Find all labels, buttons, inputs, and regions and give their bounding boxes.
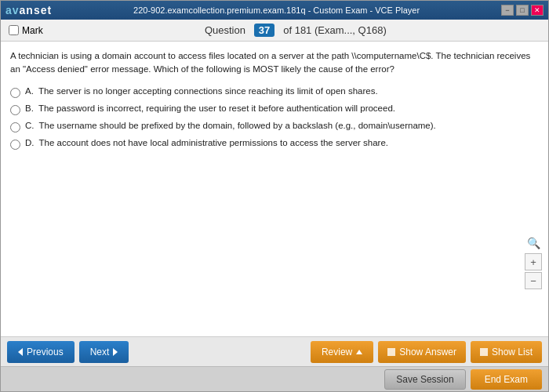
question-body: A technician is using a domain account t… [10, 51, 530, 74]
window-title: 220-902.examcollection.premium.exam.181q… [52, 5, 501, 15]
show-list-button[interactable]: Show List [471, 341, 542, 363]
option-c-letter: C. [25, 121, 35, 130]
question-label: Question [205, 24, 245, 36]
question-info: Question 37 of 181 (Exam..., Q168) [51, 24, 540, 37]
question-total: of 181 (Exam..., Q168) [283, 24, 387, 36]
option-a-text: The server is no longer accepting connec… [38, 86, 378, 96]
title-bar: avanset 220-902.examcollection.premium.e… [1, 1, 548, 20]
show-list-square-icon [480, 348, 488, 356]
title-bar-left: avanset [5, 4, 52, 16]
radio-b[interactable] [10, 105, 20, 115]
end-exam-label: End Exam [485, 374, 528, 385]
radio-a[interactable] [10, 88, 20, 98]
option-b: B. The password is incorrect, requiring … [10, 103, 539, 115]
main-content: A technician is using a domain account t… [1, 42, 548, 336]
option-b-letter: B. [25, 103, 34, 113]
next-label: Next [90, 347, 110, 358]
previous-label: Previous [27, 347, 64, 358]
close-button[interactable]: ✕ [531, 5, 544, 16]
maximize-button[interactable]: □ [516, 5, 529, 16]
radio-d[interactable] [10, 140, 20, 150]
zoom-out-button[interactable]: − [525, 272, 542, 289]
previous-arrow-icon [18, 348, 23, 356]
option-c: C. The username should be prefixed by th… [10, 121, 539, 132]
mark-section: Mark [9, 25, 43, 36]
option-c-text: The username should be prefixed by the d… [39, 121, 436, 130]
save-session-label: Save Session [396, 374, 453, 385]
window-controls: − □ ✕ [501, 5, 544, 16]
bottom-bar-2: Save Session End Exam [1, 366, 548, 391]
radio-c[interactable] [10, 122, 20, 132]
minimize-button[interactable]: − [501, 5, 514, 16]
zoom-in-button[interactable]: + [525, 253, 542, 270]
show-answer-square-icon [387, 348, 395, 356]
review-button[interactable]: Review [311, 341, 373, 363]
next-arrow-icon [113, 348, 118, 356]
question-text: A technician is using a domain account t… [10, 49, 539, 77]
show-list-label: Show List [492, 347, 533, 358]
header-bar: Mark Question 37 of 181 (Exam..., Q168) [1, 20, 548, 42]
show-answer-button[interactable]: Show Answer [378, 341, 466, 363]
app-logo: avanset [5, 4, 52, 16]
search-icon: 🔍 [525, 234, 542, 252]
mark-label: Mark [22, 25, 43, 36]
end-exam-button[interactable]: End Exam [471, 369, 542, 390]
option-a: A. The server is no longer accepting con… [10, 86, 539, 98]
show-answer-label: Show Answer [399, 347, 456, 358]
bottom-bar-1: Previous Next Review Show Answer Show Li… [1, 336, 548, 366]
question-number-badge: 37 [254, 24, 274, 37]
save-session-button[interactable]: Save Session [384, 369, 465, 390]
review-label: Review [322, 347, 352, 358]
previous-button[interactable]: Previous [7, 341, 75, 363]
option-d-letter: D. [25, 138, 35, 147]
mark-checkbox[interactable] [9, 25, 19, 35]
review-arrow-icon [356, 350, 362, 354]
option-b-text: The password is incorrect, requiring the… [38, 103, 395, 113]
app-window: avanset 220-902.examcollection.premium.e… [0, 0, 549, 392]
side-tools: 🔍 + − [525, 234, 542, 289]
option-d: D. The account does not have local admin… [10, 138, 539, 150]
next-button[interactable]: Next [79, 341, 129, 363]
option-d-text: The account does not have local administ… [39, 138, 389, 147]
option-a-letter: A. [25, 86, 34, 96]
